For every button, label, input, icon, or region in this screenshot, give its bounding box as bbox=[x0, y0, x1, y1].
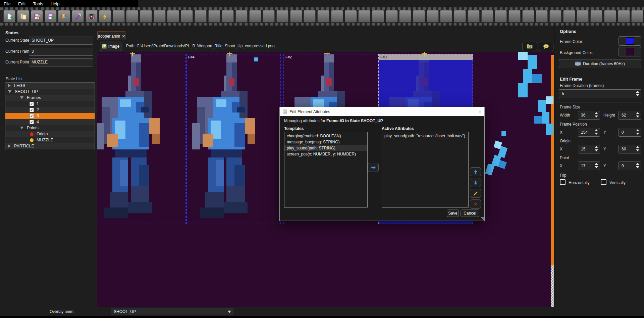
muzzle-crosshair-icon[interactable] bbox=[324, 52, 330, 56]
current-frame-input[interactable]: 3 bbox=[29, 48, 93, 56]
tree-item-frame-4[interactable]: ✓ 4 bbox=[5, 119, 95, 125]
menu-help[interactable]: Help bbox=[47, 0, 63, 7]
copy-page-button[interactable] bbox=[17, 10, 29, 22]
state-list: LEGS SHOOT_UP Frames ✓ 1 ✓ 2 ✓ 3 bbox=[5, 82, 95, 150]
tree-item-frame-2[interactable]: ✓ 2 bbox=[5, 107, 95, 113]
pos-y-spinner[interactable]: 0 bbox=[619, 128, 641, 137]
active-attributes-list[interactable]: play_sound(path: "resources/laser_bolt.w… bbox=[382, 132, 469, 208]
filmstrip-cell bbox=[468, 10, 480, 22]
spinner-arrows-icon[interactable] bbox=[595, 112, 598, 118]
checkbox-checked-icon[interactable]: ✓ bbox=[30, 108, 34, 112]
image-button[interactable]: Image bbox=[100, 42, 121, 51]
move-down-button[interactable] bbox=[470, 178, 481, 187]
tree-label: Frames bbox=[27, 95, 41, 100]
tree-item-frame-3-selected[interactable]: ✓ 3 bbox=[5, 113, 95, 119]
delete-attribute-button[interactable]: × bbox=[470, 199, 481, 209]
add-attribute-button[interactable] bbox=[368, 163, 379, 172]
magic-wand-button[interactable] bbox=[72, 10, 84, 22]
collapsed-arrow-icon[interactable] bbox=[8, 84, 11, 87]
expanded-arrow-icon[interactable] bbox=[20, 96, 23, 99]
menu-tools[interactable]: Tools bbox=[29, 0, 47, 7]
tree-item-muzzle[interactable]: MUZZLE bbox=[5, 137, 95, 143]
tree-item-points[interactable]: Points bbox=[5, 125, 95, 131]
background-color-button[interactable] bbox=[619, 47, 641, 56]
menu-file[interactable]: File bbox=[0, 0, 14, 7]
lightning-button[interactable] bbox=[99, 10, 111, 22]
filmstrip-cell bbox=[427, 10, 439, 22]
spinner-arrows-icon[interactable] bbox=[636, 146, 639, 151]
frame-region-1[interactable] bbox=[97, 54, 185, 224]
overlay-anim-select[interactable]: SHOOT_UP bbox=[111, 308, 234, 315]
template-item-message-box[interactable]: message_box(msg: STRING) bbox=[284, 139, 367, 145]
save-as-button[interactable] bbox=[45, 10, 57, 22]
current-point-input[interactable]: MUZZLE bbox=[29, 58, 93, 66]
down-arrow-icon bbox=[473, 180, 478, 185]
duration-button[interactable]: Duration (frames 60Hz) bbox=[559, 59, 641, 68]
frame-duration-spinner[interactable]: 5 bbox=[559, 89, 641, 98]
frame-color-button[interactable] bbox=[619, 36, 641, 46]
tab-close-icon[interactable]: × bbox=[122, 34, 125, 39]
tree-item-shoot-up[interactable]: SHOOT_UP bbox=[5, 89, 95, 95]
frame-region-4[interactable]: F#4 bbox=[186, 54, 281, 224]
checkbox-checked-icon[interactable]: ✓ bbox=[30, 102, 34, 106]
tab-trooper-anim[interactable]: trooper.anim × bbox=[97, 32, 125, 40]
template-item-charging[interactable]: charging(enabled: BOOLEAN) bbox=[284, 133, 367, 139]
origin-y-spinner[interactable]: 60 bbox=[619, 145, 641, 153]
comment-button[interactable] bbox=[539, 42, 553, 51]
template-item-play-sound[interactable]: play_sound(path: STRING) bbox=[284, 145, 367, 151]
cancel-button[interactable]: Cancel bbox=[461, 210, 479, 217]
move-up-button[interactable] bbox=[470, 167, 481, 176]
width-value: 36 bbox=[581, 113, 585, 118]
checkbox-checked-icon[interactable]: ✓ bbox=[30, 120, 34, 124]
menu-edit[interactable]: Edit bbox=[14, 0, 29, 7]
tree-item-frames[interactable]: Frames bbox=[5, 95, 95, 101]
current-state-input[interactable]: SHOOT_UP bbox=[29, 37, 93, 45]
template-item-screen-pos[interactable]: screen_pos(x: NUMBER, y: NUMBER) bbox=[284, 151, 367, 157]
current-point-row: Current Point: MUZZLE bbox=[0, 58, 97, 66]
tree-item-origin[interactable]: Origin bbox=[5, 131, 95, 137]
muzzle-crosshair-icon[interactable] bbox=[130, 52, 135, 56]
collapsed-arrow-icon[interactable] bbox=[8, 144, 11, 148]
expanded-arrow-icon[interactable] bbox=[20, 127, 23, 129]
save-button[interactable]: Save bbox=[447, 210, 459, 217]
spinner-arrows-icon[interactable] bbox=[636, 163, 639, 168]
dialog-subtitle: Managing attributes for Frame #3 in Stat… bbox=[284, 119, 383, 123]
muzzle-crosshair-icon[interactable] bbox=[422, 52, 427, 56]
flip-horizontal-checkbox[interactable] bbox=[560, 179, 566, 185]
templates-list[interactable]: charging(enabled: BOOLEAN) message_box(m… bbox=[284, 132, 368, 208]
origin-x-spinner[interactable]: 15 bbox=[578, 145, 600, 153]
dialog-resize-grip[interactable] bbox=[481, 217, 484, 220]
spinner-arrows-icon[interactable] bbox=[636, 129, 639, 135]
height-spinner[interactable]: 62 bbox=[619, 111, 641, 120]
muzzle-crosshair-icon[interactable] bbox=[227, 52, 232, 56]
spinner-arrows-icon[interactable] bbox=[636, 112, 639, 118]
browse-image-button[interactable] bbox=[522, 42, 537, 51]
pos-x-spinner[interactable]: 154 bbox=[578, 128, 600, 137]
tree-item-frame-1[interactable]: ✓ 1 bbox=[5, 101, 95, 107]
spinner-arrows-icon[interactable] bbox=[595, 129, 598, 135]
export-package-button[interactable] bbox=[58, 10, 70, 22]
dialog-title-bar[interactable]: Edit Element Attributes × bbox=[280, 107, 484, 116]
width-spinner[interactable]: 36 bbox=[578, 111, 600, 120]
filmstrip-cell bbox=[222, 10, 234, 22]
expanded-arrow-icon[interactable] bbox=[8, 90, 11, 93]
filmstrip-cell bbox=[386, 10, 398, 22]
point-y-spinner[interactable]: 0 bbox=[619, 162, 641, 170]
film-clip-button[interactable] bbox=[86, 10, 98, 22]
divider bbox=[557, 102, 642, 102]
spinner-arrows-icon[interactable] bbox=[636, 91, 639, 96]
spinner-arrows-icon[interactable] bbox=[595, 146, 598, 151]
edit-attribute-button[interactable] bbox=[470, 189, 481, 198]
canvas-scrollbar-thumb[interactable] bbox=[551, 55, 554, 266]
point-x-spinner[interactable]: 17 bbox=[578, 162, 600, 170]
save-button[interactable] bbox=[31, 10, 43, 22]
dialog-close-icon[interactable]: × bbox=[478, 108, 482, 115]
filmstrip-cell bbox=[113, 10, 125, 22]
tree-item-legs[interactable]: LEGS bbox=[5, 83, 95, 89]
active-item-play-sound[interactable]: play_sound(path: "resources/laser_bolt.w… bbox=[382, 133, 468, 139]
checkbox-checked-icon[interactable]: ✓ bbox=[30, 114, 34, 118]
flip-vertical-checkbox[interactable] bbox=[601, 179, 606, 185]
tree-item-particle[interactable]: PARTICLE bbox=[5, 143, 95, 149]
spinner-arrows-icon[interactable] bbox=[595, 163, 598, 168]
new-file-button[interactable] bbox=[3, 10, 15, 22]
